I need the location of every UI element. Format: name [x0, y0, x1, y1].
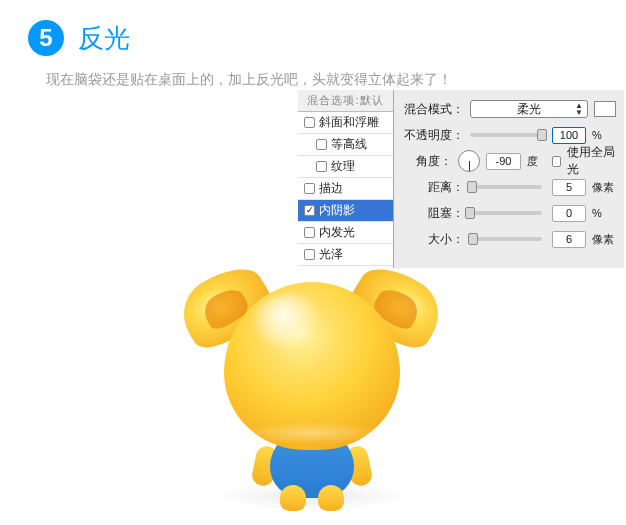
distance-label: 距离： — [402, 179, 464, 196]
character-leg-left — [280, 485, 306, 511]
effect-checkbox[interactable]: ✓ — [304, 205, 315, 216]
global-light-checkbox[interactable] — [552, 156, 561, 167]
effect-row[interactable]: 斜面和浮雕 — [298, 112, 393, 134]
illustration-stage — [0, 260, 626, 525]
distance-input[interactable]: 5 — [552, 179, 586, 196]
spread-input[interactable]: 0 — [552, 205, 586, 222]
effect-row[interactable]: ✓内阴影 — [298, 200, 393, 222]
head-highlight — [254, 294, 326, 348]
spread-label: 阻塞： — [402, 205, 464, 222]
spread-slider[interactable] — [470, 211, 542, 215]
effect-label: 等高线 — [331, 136, 367, 153]
effect-row[interactable]: 内发光 — [298, 222, 393, 244]
character-leg-right — [318, 485, 344, 511]
effect-row[interactable]: 描边 — [298, 178, 393, 200]
effect-checkbox[interactable] — [304, 227, 315, 238]
distance-slider[interactable] — [470, 185, 542, 189]
effect-label: 纹理 — [331, 158, 355, 175]
head-reflection — [242, 422, 382, 444]
step-title: 反光 — [78, 21, 130, 56]
size-input[interactable]: 6 — [552, 231, 586, 248]
size-slider[interactable] — [470, 237, 542, 241]
effect-checkbox[interactable] — [316, 139, 327, 150]
blend-mode-label: 混合模式： — [402, 101, 464, 118]
effect-checkbox[interactable] — [304, 183, 315, 194]
effect-label: 内阴影 — [319, 202, 355, 219]
select-arrows-icon: ▲▼ — [575, 102, 583, 116]
spread-unit: % — [592, 207, 616, 219]
global-light-label: 使用全局光 — [567, 144, 616, 178]
character — [162, 250, 462, 525]
blend-mode-value: 柔光 — [517, 101, 541, 118]
angle-label: 角度： — [402, 153, 452, 170]
angle-unit: 度 — [527, 154, 546, 169]
effect-row[interactable]: 纹理 — [298, 156, 393, 178]
opacity-input[interactable]: 100 — [552, 127, 586, 144]
effect-row[interactable]: 等高线 — [298, 134, 393, 156]
angle-input[interactable]: -90 — [486, 153, 520, 170]
effect-checkbox[interactable] — [304, 117, 315, 128]
size-label: 大小： — [402, 231, 464, 248]
size-unit: 像素 — [592, 232, 616, 247]
opacity-unit: % — [592, 129, 616, 141]
effect-label: 斜面和浮雕 — [319, 114, 379, 131]
effects-list: 混合选项:默认 斜面和浮雕等高线纹理描边✓内阴影内发光光泽 — [298, 90, 394, 268]
effect-label: 内发光 — [319, 224, 355, 241]
shadow-color-swatch[interactable] — [594, 101, 616, 117]
layer-style-panel: 混合选项:默认 斜面和浮雕等高线纹理描边✓内阴影内发光光泽 混合模式： 柔光 ▲… — [298, 89, 624, 268]
effect-checkbox[interactable] — [316, 161, 327, 172]
step-number-badge: 5 — [28, 20, 64, 56]
effects-list-header: 混合选项:默认 — [298, 90, 393, 112]
opacity-slider[interactable] — [470, 133, 542, 137]
distance-unit: 像素 — [592, 180, 616, 195]
blend-mode-select[interactable]: 柔光 ▲▼ — [470, 100, 588, 118]
step-description: 现在脑袋还是贴在桌面上的，加上反光吧，头就变得立体起来了！ — [0, 64, 626, 90]
effect-label: 描边 — [319, 180, 343, 197]
angle-dial[interactable] — [458, 150, 480, 172]
opacity-label: 不透明度： — [402, 127, 464, 144]
